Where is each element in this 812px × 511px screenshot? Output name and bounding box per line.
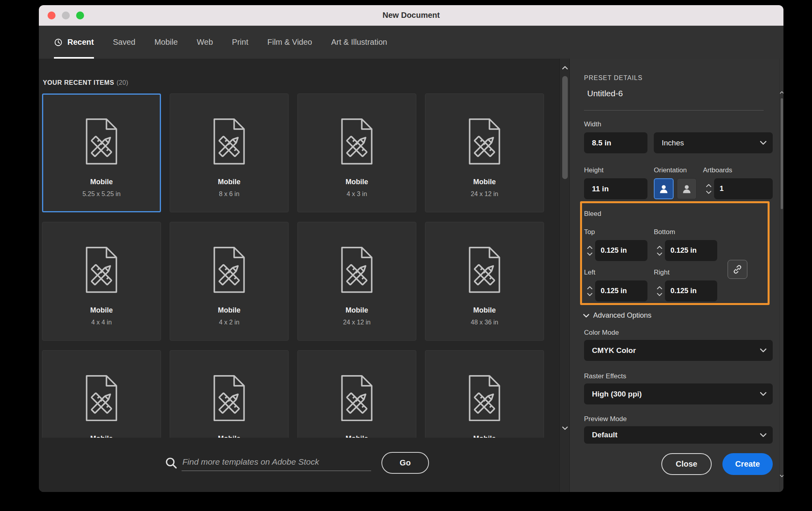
tab-art-illustration[interactable]: Art & Illustration: [331, 26, 387, 59]
template-card[interactable]: Mobile: [297, 350, 416, 438]
close-window-button[interactable]: [48, 11, 56, 19]
template-card[interactable]: Mobile 8 x 6 in: [170, 93, 289, 212]
height-input[interactable]: 11 in: [584, 178, 647, 199]
template-card[interactable]: Mobile 48 x 36 in: [425, 222, 544, 341]
scroll-up-icon[interactable]: [779, 90, 783, 95]
stepper-down-icon[interactable]: [587, 252, 592, 256]
stepper-down-icon[interactable]: [657, 293, 662, 296]
close-button[interactable]: Close: [661, 453, 712, 475]
stepper-down-icon[interactable]: [587, 293, 592, 296]
card-size: 48 x 36 in: [425, 319, 544, 326]
document-name-field[interactable]: Untitled-6: [587, 89, 623, 98]
template-card[interactable]: Mobile 4 x 3 in: [297, 93, 416, 212]
document-template-icon: [209, 245, 249, 294]
create-button[interactable]: Create: [722, 453, 773, 475]
stepper-down-icon[interactable]: [657, 252, 662, 256]
template-card[interactable]: Mobile: [42, 350, 161, 438]
document-template-icon: [209, 117, 249, 166]
stepper-up-icon[interactable]: [657, 246, 662, 249]
color-mode-label: Color Mode: [584, 329, 619, 337]
raster-effects-label: Raster Effects: [584, 372, 626, 380]
tab-label: Print: [232, 38, 248, 47]
color-mode-select[interactable]: CMYK Color: [584, 340, 773, 361]
bleed-top-label: Top: [584, 228, 595, 236]
tab-print[interactable]: Print: [232, 26, 248, 59]
preset-details-panel: PRESET DETAILS Untitled-6 Width 8.5 in I…: [570, 59, 779, 492]
width-input[interactable]: 8.5 in: [584, 132, 647, 153]
window-titlebar: New Document: [39, 5, 783, 26]
orientation-label: Orientation: [654, 166, 687, 174]
preview-mode-select[interactable]: Default: [584, 426, 773, 444]
stepper-up-icon[interactable]: [657, 286, 662, 290]
template-card[interactable]: Mobile 24 x 12 in: [297, 222, 416, 341]
document-template-icon: [82, 374, 121, 423]
document-template-icon: [337, 245, 377, 294]
template-card[interactable]: Mobile 4 x 4 in: [42, 222, 161, 341]
scroll-down-icon[interactable]: [779, 473, 783, 479]
artboards-input[interactable]: 1: [714, 178, 773, 199]
stepper-up-icon[interactable]: [587, 286, 592, 290]
minimize-window-button[interactable]: [62, 11, 70, 19]
template-card[interactable]: Mobile 24 x 12 in: [425, 93, 544, 212]
chain-link-icon: [732, 264, 743, 275]
artboards-stepper[interactable]: [703, 184, 714, 194]
bleed-top-input[interactable]: 0.125 in: [595, 240, 647, 261]
artboards-label: Artboards: [703, 166, 732, 174]
tab-web[interactable]: Web: [197, 26, 213, 59]
orientation-landscape-button[interactable]: [677, 178, 697, 199]
bleed-top-stepper[interactable]: [584, 246, 595, 256]
scrollbar-thumb[interactable]: [562, 76, 568, 179]
template-card[interactable]: Mobile 5.25 x 5.25 in: [42, 93, 161, 212]
portrait-person-icon: [658, 183, 669, 194]
raster-effects-value: High (300 ppi): [592, 390, 642, 399]
adobe-stock-search-row: Go: [39, 438, 559, 481]
template-grid: Mobile 5.25 x 5.25 in Mobile 8 x 6 in Mo…: [42, 93, 550, 438]
scrollbar-thumb[interactable]: [781, 98, 783, 209]
link-bleed-values-button[interactable]: [728, 260, 747, 279]
template-card[interactable]: Mobile 4 x 2 in: [170, 222, 289, 341]
units-value: Inches: [662, 139, 684, 147]
card-size: 24 x 12 in: [425, 191, 544, 198]
bleed-bottom-input[interactable]: 0.125 in: [665, 240, 717, 261]
template-card[interactable]: Mobile: [425, 350, 544, 438]
bleed-left-label: Left: [584, 269, 595, 276]
tab-label: Recent: [67, 38, 94, 47]
tab-mobile[interactable]: Mobile: [154, 26, 178, 59]
zoom-window-button[interactable]: [76, 11, 84, 19]
card-size: 24 x 12 in: [298, 319, 416, 326]
tab-saved[interactable]: Saved: [113, 26, 136, 59]
units-select[interactable]: Inches: [654, 132, 773, 153]
bleed-left-stepper[interactable]: [584, 286, 595, 296]
stepper-down-icon[interactable]: [706, 191, 711, 194]
advanced-options-label: Advanced Options: [593, 311, 651, 320]
tab-film-video[interactable]: Film & Video: [267, 26, 312, 59]
panel-scrollbar: [779, 59, 783, 492]
bleed-right-stepper[interactable]: [654, 286, 665, 296]
card-title: Mobile: [298, 435, 416, 438]
tab-recent[interactable]: Recent: [54, 26, 94, 59]
recent-items-scroll-area: Mobile 5.25 x 5.25 in Mobile 8 x 6 in Mo…: [42, 93, 550, 438]
stock-search-input[interactable]: [182, 453, 371, 471]
bleed-left-input[interactable]: 0.125 in: [595, 280, 647, 301]
bleed-bottom-stepper[interactable]: [654, 246, 665, 256]
stepper-up-icon[interactable]: [706, 184, 711, 187]
raster-effects-select[interactable]: High (300 ppi): [584, 383, 773, 404]
stepper-up-icon[interactable]: [587, 246, 592, 249]
color-mode-value: CMYK Color: [592, 346, 636, 355]
card-title: Mobile: [42, 178, 161, 186]
template-card[interactable]: Mobile: [170, 350, 289, 438]
card-title: Mobile: [298, 178, 416, 186]
bleed-right-input[interactable]: 0.125 in: [665, 280, 717, 301]
scroll-down-icon[interactable]: [560, 423, 570, 433]
orientation-portrait-button[interactable]: [654, 178, 674, 199]
go-button[interactable]: Go: [381, 452, 429, 474]
chevron-down-icon: [583, 314, 589, 318]
scroll-up-icon[interactable]: [560, 63, 570, 73]
advanced-options-toggle[interactable]: Advanced Options: [583, 311, 651, 320]
card-title: Mobile: [170, 435, 288, 438]
card-title: Mobile: [425, 178, 544, 186]
tab-label: Saved: [113, 38, 136, 47]
card-title: Mobile: [298, 306, 416, 315]
card-title: Mobile: [425, 435, 544, 438]
card-title: Mobile: [170, 306, 288, 315]
